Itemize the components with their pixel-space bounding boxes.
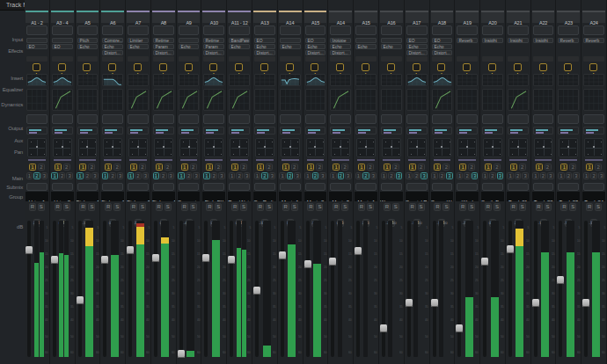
submix-assign-button-2[interactable]: 2 [160, 172, 167, 179]
fader-handle[interactable] [380, 324, 387, 332]
submix-assign-button-2[interactable]: 2 [59, 172, 66, 179]
submix-assign-button-1[interactable]: 1 [558, 172, 565, 179]
submix-assign-button-1[interactable]: 1 [51, 172, 58, 179]
submix-assign-button-2[interactable]: 2 [439, 172, 446, 179]
submix-assign-button-2[interactable]: 2 [261, 172, 268, 179]
fader-handle[interactable] [557, 276, 564, 284]
main-assign-button-1[interactable]: 1 [485, 164, 492, 171]
fader-handle[interactable] [77, 296, 84, 304]
submix-assign-button-2[interactable]: 2 [211, 172, 218, 179]
record-button[interactable]: R [560, 203, 567, 211]
main-assign-button-1[interactable]: 1 [510, 164, 517, 171]
submix-assign-button-2[interactable]: 2 [540, 172, 547, 179]
record-button[interactable]: R [156, 203, 163, 211]
record-button[interactable]: R [231, 203, 238, 211]
submix-assign-button-2[interactable]: 2 [515, 172, 522, 179]
submix-assign-button-1[interactable]: 1 [254, 172, 261, 179]
insert-toggle-button[interactable]: I [463, 63, 471, 71]
submix-assign-button-2[interactable]: 2 [236, 172, 243, 179]
record-button[interactable]: R [459, 203, 466, 211]
fader-handle[interactable] [329, 258, 336, 266]
record-button[interactable]: R [510, 203, 517, 211]
insert-toggle-button[interactable]: I [539, 63, 547, 71]
main-assign-button-1[interactable]: 1 [257, 164, 264, 171]
record-button[interactable]: R [333, 203, 340, 211]
submix-assign-button-1[interactable]: 1 [482, 172, 489, 179]
main-assign-button-1[interactable]: 1 [560, 164, 567, 171]
insert-toggle-button[interactable]: I [437, 63, 445, 71]
record-button[interactable]: R [55, 203, 62, 211]
insert-toggle-button[interactable]: I [488, 63, 496, 71]
fader-handle[interactable] [26, 246, 33, 254]
insert-toggle-button[interactable]: I [514, 63, 522, 71]
record-button[interactable]: R [307, 203, 314, 211]
submix-assign-button-1[interactable]: 1 [26, 172, 33, 179]
main-assign-button-1[interactable]: 1 [307, 164, 314, 171]
record-button[interactable]: R [206, 203, 213, 211]
insert-toggle-button[interactable]: I [564, 63, 572, 71]
main-assign-button-1[interactable]: 1 [55, 164, 62, 171]
main-assign-button-1[interactable]: 1 [206, 164, 213, 171]
insert-toggle-button[interactable]: I [260, 63, 268, 71]
submix-assign-button-1[interactable]: 1 [381, 172, 388, 179]
main-assign-button-1[interactable]: 1 [409, 164, 416, 171]
submix-assign-button-1[interactable]: 1 [583, 172, 590, 179]
main-assign-button-1[interactable]: 1 [536, 164, 543, 171]
insert-toggle-button[interactable]: I [33, 63, 40, 71]
insert-toggle-button[interactable]: I [185, 63, 193, 71]
fader-handle[interactable] [127, 246, 134, 254]
main-assign-button-1[interactable]: 1 [29, 164, 36, 171]
submix-assign-button-1[interactable]: 1 [304, 172, 311, 179]
record-button[interactable]: R [181, 203, 188, 211]
fader-handle[interactable] [253, 287, 260, 295]
main-assign-button-1[interactable]: 1 [333, 164, 340, 171]
submix-assign-button-1[interactable]: 1 [355, 172, 362, 179]
submix-assign-button-1[interactable]: 1 [457, 172, 464, 179]
submix-assign-button-1[interactable]: 1 [128, 172, 135, 179]
main-assign-button-1[interactable]: 1 [384, 164, 391, 171]
fader-handle[interactable] [532, 299, 539, 307]
record-button[interactable]: R [282, 203, 289, 211]
submix-assign-button-2[interactable]: 2 [135, 172, 142, 179]
fader-handle[interactable] [178, 350, 185, 358]
fader-handle[interactable] [431, 299, 438, 307]
submix-assign-button-1[interactable]: 1 [229, 172, 236, 179]
submix-assign-button-2[interactable]: 2 [489, 172, 496, 179]
insert-toggle-button[interactable]: I [108, 63, 116, 71]
submix-assign-button-1[interactable]: 1 [203, 172, 210, 179]
record-button[interactable]: R [257, 203, 264, 211]
insert-toggle-button[interactable]: I [311, 63, 318, 71]
submix-assign-button-2[interactable]: 2 [33, 172, 40, 179]
fader-handle[interactable] [228, 256, 235, 264]
submix-assign-button-1[interactable]: 1 [77, 172, 84, 179]
main-assign-button-1[interactable]: 1 [231, 164, 238, 171]
submix-assign-button-2[interactable]: 2 [413, 172, 421, 179]
fader-handle[interactable] [202, 254, 209, 262]
record-button[interactable]: R [384, 203, 391, 211]
submix-assign-button-1[interactable]: 1 [178, 172, 185, 179]
submix-assign-button-2[interactable]: 2 [464, 172, 471, 179]
fader-handle[interactable] [456, 324, 463, 332]
submix-assign-button-2[interactable]: 2 [566, 172, 573, 179]
submix-assign-button-1[interactable]: 1 [431, 172, 438, 179]
submix-assign-button-2[interactable]: 2 [109, 172, 116, 179]
fader-handle[interactable] [304, 260, 311, 268]
record-button[interactable]: R [586, 203, 593, 211]
main-assign-button-1[interactable]: 1 [586, 164, 593, 171]
submix-assign-button-2[interactable]: 2 [84, 172, 91, 179]
record-button[interactable]: R [358, 203, 365, 211]
insert-toggle-button[interactable]: I [387, 63, 395, 71]
submix-assign-button-2[interactable]: 2 [338, 172, 345, 179]
record-button[interactable]: R [105, 203, 112, 211]
record-button[interactable]: R [29, 203, 36, 211]
main-assign-button-1[interactable]: 1 [434, 164, 441, 171]
record-button[interactable]: R [434, 203, 441, 211]
insert-toggle-button[interactable]: I [58, 63, 66, 71]
fader-handle[interactable] [582, 299, 589, 307]
fader-handle[interactable] [101, 256, 108, 264]
insert-toggle-button[interactable]: I [134, 63, 142, 71]
main-assign-button-1[interactable]: 1 [282, 164, 289, 171]
submix-assign-button-1[interactable]: 1 [153, 172, 160, 179]
fader-handle[interactable] [152, 254, 159, 262]
submix-assign-button-1[interactable]: 1 [330, 172, 337, 179]
